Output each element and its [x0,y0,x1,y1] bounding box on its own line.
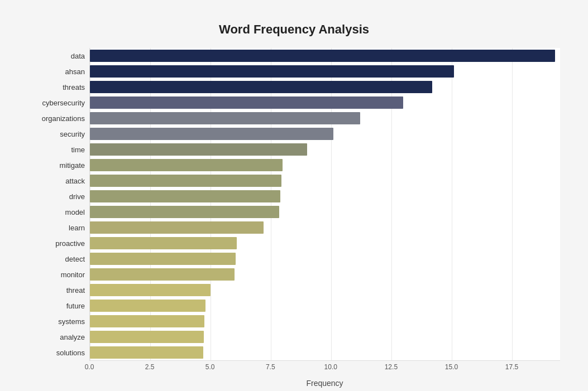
y-label-monitor: monitor [61,267,85,282]
x-tick-10: 10.0 [324,363,337,371]
bar-row [90,251,560,267]
bar-data [90,50,555,62]
bar-row [90,79,560,95]
bar-row [90,142,560,157]
bar-security [90,128,333,140]
bar-row [90,267,560,282]
x-tick-12.5: 12.5 [385,363,398,371]
bar-drive [90,190,280,202]
bar-future [90,300,205,312]
bar-time [90,143,307,156]
bar-row [90,189,560,204]
x-tick-0: 0.0 [85,363,94,371]
y-label-model: model [65,204,85,220]
y-label-future: future [66,298,85,313]
bar-proactive [90,237,237,249]
y-label-drive: drive [69,189,85,204]
chart-area: dataahsanthreatscybersecurityorganizatio… [28,48,560,388]
y-label-data: data [71,48,85,64]
y-label-ahsan: ahsan [65,64,85,79]
y-label-security: security [60,126,85,142]
y-label-mitigate: mitigate [59,157,85,173]
bar-model [90,206,279,218]
y-label-time: time [71,142,85,157]
bar-row [90,204,560,220]
bar-systems [90,315,204,327]
y-axis-labels: dataahsanthreatscybersecurityorganizatio… [28,48,89,388]
bar-ahsan [90,65,454,78]
bar-row [90,313,560,329]
bar-row [90,173,560,189]
x-axis: 0.02.55.07.510.012.515.017.5 [89,363,560,374]
y-label-learn: learn [69,220,85,235]
y-label-solutions: solutions [56,345,85,360]
bar-row [90,48,560,64]
bar-row [90,298,560,313]
y-label-proactive: proactive [55,235,85,251]
x-tick-5: 5.0 [205,363,215,371]
bar-row [90,95,560,110]
bar-row [90,282,560,298]
bar-cybersecurity [90,96,403,109]
bar-organizations [90,112,360,124]
bar-threats [90,81,432,93]
x-tick-15: 15.0 [445,363,458,371]
bar-threat [90,284,211,296]
x-tick-7.5: 7.5 [266,363,275,371]
bar-row [90,126,560,142]
bar-mitigate [90,159,283,171]
bar-row [90,345,560,360]
chart-container: Word Frequency Analysis dataahsanthreats… [11,11,577,391]
y-label-detect: detect [65,251,85,267]
bar-row [90,235,560,251]
y-label-threat: threat [66,282,85,298]
bar-row [90,110,560,126]
bar-row [90,329,560,345]
y-label-threats: threats [63,79,85,95]
chart-title: Word Frequency Analysis [28,22,560,37]
bar-row [90,157,560,173]
x-axis-label: Frequency [89,379,560,388]
y-label-analyze: analyze [60,329,85,345]
bar-monitor [90,268,235,281]
bar-attack [90,175,281,187]
y-label-systems: systems [58,313,85,329]
bar-analyze [90,331,204,343]
bars-wrapper [89,48,560,361]
y-label-organizations: organizations [42,110,85,126]
bar-row [90,64,560,79]
x-tick-2.5: 2.5 [145,363,155,371]
bar-learn [90,221,264,234]
bar-row [90,220,560,235]
y-label-cybersecurity: cybersecurity [42,95,85,110]
y-label-attack: attack [65,173,85,189]
bar-solutions [90,346,203,359]
bar-detect [90,253,236,265]
x-tick-17.5: 17.5 [505,363,518,371]
